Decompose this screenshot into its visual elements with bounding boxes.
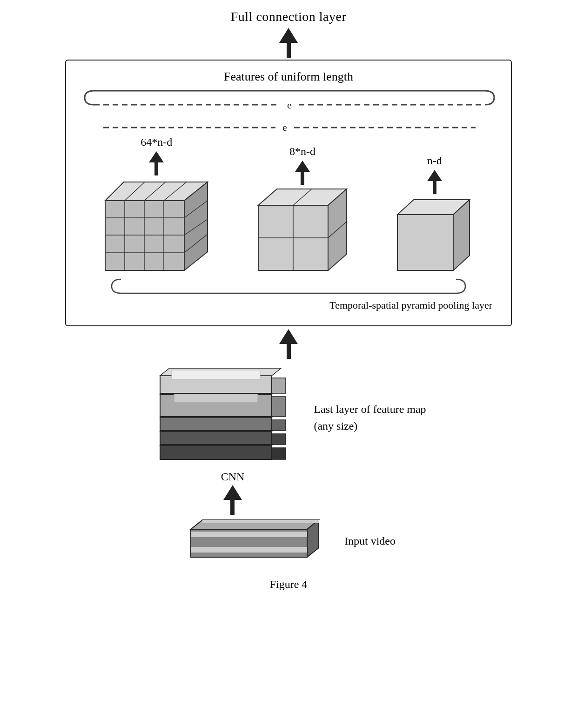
svg-rect-38 xyxy=(272,448,286,459)
full-connection-label: Full connection layer xyxy=(231,9,346,24)
input-video-svg xyxy=(181,518,330,564)
input-video-section: Input video xyxy=(181,518,396,564)
outer-dashed-section: e xyxy=(80,88,497,112)
cube1-item: 64*n-d xyxy=(101,136,212,275)
svg-marker-59 xyxy=(202,520,319,523)
svg-rect-41 xyxy=(272,434,286,445)
svg-text:e: e xyxy=(282,121,287,131)
cube2-arrow xyxy=(295,161,310,185)
figure-label: Figure 4 xyxy=(270,578,308,591)
arrow-to-pooling xyxy=(279,329,298,359)
bottom-brace-section xyxy=(80,277,497,296)
outer-brace-svg: e xyxy=(80,88,499,112)
svg-rect-37 xyxy=(160,445,272,459)
bottom-brace-svg xyxy=(84,277,493,296)
cnn-section: CNN xyxy=(221,471,245,515)
cube3-label: n-d xyxy=(427,155,442,167)
svg-rect-43 xyxy=(160,418,272,431)
cnn-label: CNN xyxy=(221,471,245,483)
cube3-arrow xyxy=(427,170,442,194)
cube3-svg xyxy=(393,196,476,275)
cube1-svg xyxy=(101,177,212,275)
cubes-row: 64*n-d xyxy=(80,136,497,275)
cube2-label: 8*n-d xyxy=(289,145,315,158)
arrow-to-fc xyxy=(279,28,298,58)
arrow-cnn xyxy=(223,485,242,515)
svg-text:e: e xyxy=(287,99,292,111)
feature-map-section: Last layer of feature map (any size) xyxy=(151,366,426,469)
diagram-container: Full connection layer Features of unifor… xyxy=(0,0,577,728)
svg-rect-33 xyxy=(397,215,453,270)
cube3-item: n-d xyxy=(393,155,476,275)
cube2-item: 8*n-d xyxy=(254,145,351,275)
svg-rect-9 xyxy=(105,201,184,270)
svg-rect-57 xyxy=(191,532,307,537)
cube2-svg xyxy=(254,187,351,275)
input-video-label: Input video xyxy=(344,535,396,547)
inner-brace-svg: e xyxy=(80,113,499,131)
pooling-box: Features of uniform length e xyxy=(65,60,512,326)
svg-rect-47 xyxy=(272,397,286,417)
cube1-arrow xyxy=(149,151,164,175)
features-uniform-label: Features of uniform length xyxy=(80,70,497,84)
inner-dashed-section: e xyxy=(80,113,497,131)
tsp-label: Temporal-spatial pyramid pooling layer xyxy=(80,299,497,311)
svg-rect-44 xyxy=(272,420,286,431)
feature-map-label: Last layer of feature map (any size) xyxy=(314,401,426,434)
svg-rect-51 xyxy=(272,378,286,393)
svg-rect-58 xyxy=(191,547,307,553)
svg-rect-40 xyxy=(160,431,272,445)
feature-map-svg xyxy=(151,366,300,469)
svg-rect-53 xyxy=(172,370,260,379)
cube1-label: 64*n-d xyxy=(141,136,172,148)
